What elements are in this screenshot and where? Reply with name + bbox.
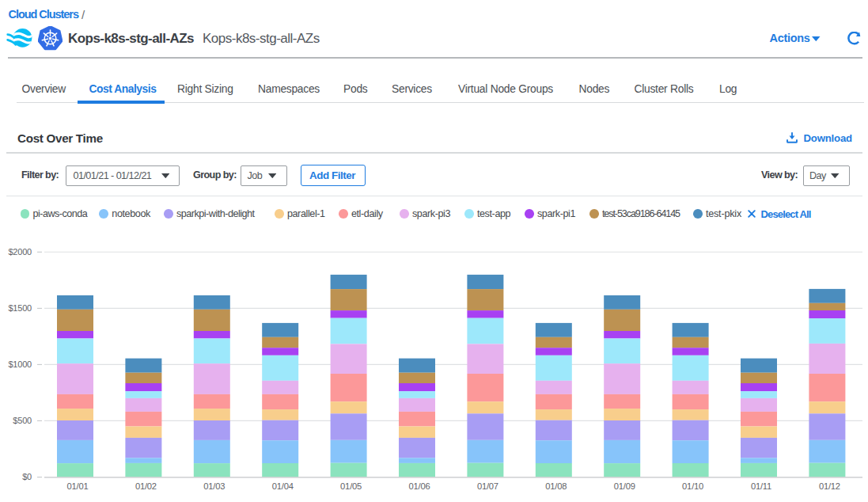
svg-text:01/10: 01/10: [682, 481, 703, 491]
svg-text:01/01: 01/01: [67, 481, 89, 491]
svg-text:01/02: 01/02: [135, 481, 157, 491]
svg-text:01/03: 01/03: [203, 481, 225, 491]
svg-text:01/12: 01/12: [819, 481, 840, 491]
svg-text:01/06: 01/06: [409, 481, 430, 491]
svg-text:$2000: $2000: [8, 247, 32, 257]
svg-text:01/05: 01/05: [340, 481, 362, 491]
svg-text:01/07: 01/07: [477, 481, 498, 491]
svg-text:01/04: 01/04: [272, 481, 294, 491]
svg-text:$500: $500: [13, 416, 32, 425]
svg-text:$1000: $1000: [8, 359, 32, 369]
svg-text:01/09: 01/09: [614, 481, 635, 491]
svg-text:01/08: 01/08: [545, 481, 567, 491]
svg-text:01/11: 01/11: [751, 481, 771, 491]
svg-text:$1500: $1500: [8, 303, 32, 313]
svg-text:$0: $0: [22, 472, 32, 481]
